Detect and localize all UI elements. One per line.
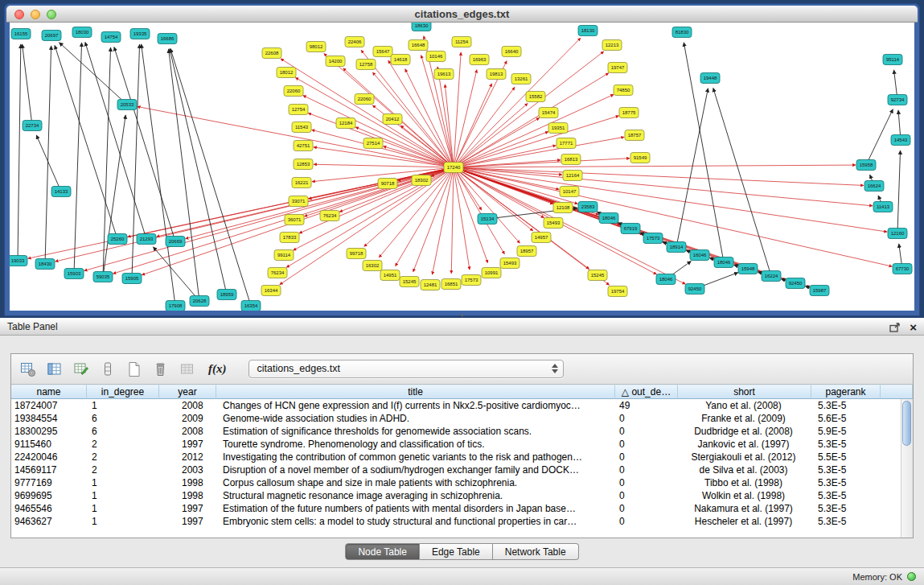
network-node[interactable]: 98012 bbox=[306, 42, 326, 52]
network-node[interactable]: 15905 bbox=[122, 274, 142, 284]
network-node[interactable]: 20669 bbox=[166, 237, 185, 247]
network-node[interactable]: 15958 bbox=[856, 160, 876, 171]
table-row[interactable]: 969969511998Structural magnetic resonanc… bbox=[11, 489, 913, 502]
table-cell[interactable]: 5.3E-5 bbox=[811, 515, 881, 528]
table-cell[interactable]: 6 bbox=[87, 412, 159, 425]
network-edge[interactable] bbox=[866, 109, 893, 165]
network-node[interactable]: 12164 bbox=[563, 171, 582, 181]
network-node[interactable]: 15903 bbox=[64, 269, 84, 279]
network-node[interactable]: 20697 bbox=[42, 31, 61, 41]
table-row[interactable]: 1456911722003Disruption of a novel membe… bbox=[11, 463, 913, 476]
table-cell[interactable]: 5.9E-5 bbox=[811, 425, 881, 438]
network-edge[interactable] bbox=[339, 167, 454, 212]
column-header-year[interactable]: year bbox=[159, 385, 216, 399]
table-row[interactable]: 977716911998Corpus callosum shape and si… bbox=[11, 476, 913, 489]
network-node[interactable]: 16046 bbox=[690, 250, 709, 261]
network-node[interactable]: 92734 bbox=[888, 95, 907, 105]
network-node[interactable]: 10991 bbox=[482, 268, 501, 278]
network-node[interactable]: 16354 bbox=[241, 301, 261, 311]
network-node[interactable]: 16963 bbox=[470, 55, 489, 65]
table-cell[interactable]: Dudbridge et al. (2008) bbox=[678, 425, 811, 438]
table-cell[interactable]: 2 bbox=[87, 438, 159, 451]
column-header-pagerank[interactable]: pagerank bbox=[811, 385, 881, 399]
network-node[interactable]: 22406 bbox=[345, 37, 364, 47]
table-cell[interactable]: 5.3E-5 bbox=[811, 463, 881, 476]
table-cell[interactable]: Stergiakouli et al. (2012) bbox=[678, 451, 811, 463]
table-row[interactable]: 946554611997Estimation of the future num… bbox=[11, 502, 913, 515]
network-edge[interactable] bbox=[18, 44, 21, 261]
network-node[interactable]: 18130 bbox=[578, 26, 598, 36]
network-edge[interactable] bbox=[45, 46, 51, 264]
network-node[interactable]: 12108 bbox=[553, 203, 573, 213]
network-edge[interactable] bbox=[103, 115, 125, 277]
table-cell[interactable]: Changes of HCN gene expression and I(f) … bbox=[216, 399, 615, 412]
network-node[interactable]: 25260 bbox=[108, 234, 127, 245]
column-header-in_degree[interactable]: in_degree bbox=[87, 385, 159, 399]
table-cell[interactable]: Estimation of significance thresholds fo… bbox=[216, 425, 615, 438]
table-cell[interactable]: 2 bbox=[87, 463, 159, 476]
network-node[interactable]: 14618 bbox=[391, 55, 410, 65]
network-edge[interactable] bbox=[153, 247, 199, 301]
network-edge[interactable] bbox=[454, 84, 492, 167]
table-cell[interactable]: 49 bbox=[615, 399, 678, 412]
network-node[interactable]: 15493 bbox=[544, 218, 563, 229]
new-table-icon[interactable] bbox=[124, 359, 145, 380]
table-cell[interactable]: Corpus callosum shape and size in male p… bbox=[216, 476, 615, 489]
table-cell[interactable]: 1 bbox=[87, 515, 159, 528]
table-cell[interactable]: 9699695 bbox=[11, 489, 87, 502]
network-node[interactable]: 19351 bbox=[548, 123, 568, 134]
table-cell[interactable]: 19384554 bbox=[11, 412, 87, 425]
vertical-scrollbar[interactable] bbox=[901, 399, 913, 538]
network-node[interactable]: 15582 bbox=[526, 92, 545, 102]
table-row[interactable]: 1872400712008Changes of HCN gene express… bbox=[11, 399, 913, 412]
network-node[interactable]: 12758 bbox=[356, 60, 376, 70]
network-node[interactable]: 17771 bbox=[556, 138, 576, 149]
network-node[interactable]: 17833 bbox=[280, 233, 299, 243]
network-node[interactable]: 19448 bbox=[700, 73, 720, 84]
network-node[interactable]: 15948 bbox=[738, 264, 758, 274]
network-node[interactable]: 18012 bbox=[277, 68, 296, 78]
float-panel-icon[interactable] bbox=[889, 323, 901, 332]
network-node[interactable]: 23583 bbox=[578, 202, 598, 212]
network-edge[interactable] bbox=[314, 164, 454, 167]
table-cell[interactable]: Franke et al. (2009) bbox=[678, 412, 811, 425]
network-node[interactable]: 16155 bbox=[11, 29, 31, 39]
network-node[interactable]: 15474 bbox=[539, 108, 558, 118]
network-node[interactable]: 99718 bbox=[347, 249, 366, 259]
table-cell[interactable]: Hescheler et al. (1997) bbox=[678, 515, 811, 528]
network-edge[interactable] bbox=[713, 88, 771, 276]
network-node[interactable]: 18302 bbox=[412, 175, 431, 186]
network-edge[interactable] bbox=[454, 103, 528, 167]
network-node[interactable]: 18957 bbox=[517, 246, 536, 257]
network-node[interactable]: 19813 bbox=[487, 69, 506, 80]
table-cell[interactable]: 1 bbox=[87, 476, 159, 489]
network-node[interactable]: 15493 bbox=[500, 258, 519, 269]
row-selector-icon[interactable] bbox=[97, 359, 118, 380]
network-node[interactable]: 10147 bbox=[560, 187, 579, 197]
table-cell[interactable]: 5.3E-5 bbox=[811, 502, 881, 515]
table-cell[interactable]: 1 bbox=[87, 489, 159, 502]
zoom-window-button[interactable] bbox=[47, 10, 56, 19]
network-edge[interactable] bbox=[114, 47, 175, 241]
table-cell[interactable]: 0 bbox=[615, 463, 678, 476]
network-node[interactable]: 33071 bbox=[289, 196, 308, 207]
network-edge[interactable] bbox=[170, 49, 227, 295]
column-header-short[interactable]: short bbox=[678, 385, 811, 399]
table-cell[interactable]: de Silva et al. (2003) bbox=[678, 463, 811, 476]
network-node[interactable]: 17240 bbox=[444, 163, 463, 173]
network-edge[interactable] bbox=[55, 45, 117, 239]
network-node[interactable]: 12213 bbox=[602, 40, 622, 51]
network-node[interactable]: 12481 bbox=[421, 280, 440, 290]
network-node[interactable]: 17908 bbox=[166, 301, 185, 311]
table-cell[interactable]: Tourette syndrome. Phenomenology and cla… bbox=[216, 438, 615, 451]
network-node[interactable]: 22608 bbox=[262, 48, 281, 59]
edit-table-icon[interactable] bbox=[71, 359, 92, 380]
network-node[interactable]: 95114 bbox=[883, 55, 902, 65]
network-node[interactable]: 15245 bbox=[400, 277, 419, 287]
network-node[interactable]: 18430 bbox=[35, 259, 55, 270]
network-node[interactable]: 19033 bbox=[10, 256, 27, 266]
table-cell[interactable]: 2003 bbox=[159, 463, 216, 476]
network-node[interactable]: 17573 bbox=[643, 233, 663, 244]
network-node[interactable]: 15134 bbox=[478, 214, 497, 225]
table-cell[interactable]: 6 bbox=[87, 425, 159, 438]
